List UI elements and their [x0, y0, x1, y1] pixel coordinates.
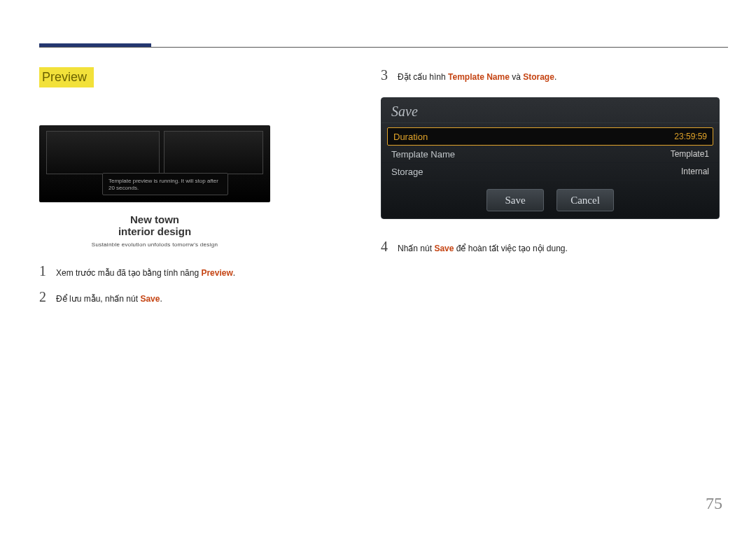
step-number: 2: [39, 289, 56, 305]
keyword: Storage: [523, 72, 554, 82]
step-text: Xem trước mẫu đã tạo bằng tính năng Prev…: [56, 268, 235, 278]
step-post: .: [554, 72, 556, 82]
header-rule: [39, 47, 728, 48]
preview-message-text: Template preview is running. It will sto…: [108, 178, 218, 191]
save-row-duration[interactable]: Duration 23:59:59: [387, 127, 713, 146]
step-number: 1: [39, 263, 56, 279]
right-column: 3 Đặt cấu hình Template Name và Storage.…: [381, 67, 717, 265]
save-row-value: Internal: [681, 167, 709, 176]
save-dialog-title: Save: [382, 98, 719, 123]
step-text: Đặt cấu hình Template Name và Storage.: [398, 72, 556, 82]
save-row-label: Template Name: [391, 149, 455, 160]
save-button[interactable]: Save: [486, 189, 544, 211]
step-1: 1 Xem trước mẫu đã tạo bằng tính năng Pr…: [39, 263, 364, 279]
preview-screen-right: [164, 131, 263, 174]
keyword: Template Name: [448, 72, 510, 82]
preview-thumbnail: Template preview is running. It will sto…: [39, 125, 270, 248]
step-pre: Đặt cấu hình: [398, 72, 448, 82]
preview-caption: New town interior design Sustainble evol…: [39, 213, 270, 248]
cancel-button[interactable]: Cancel: [556, 189, 614, 211]
preview-caption-line1: New town: [39, 213, 270, 225]
step-text: Nhấn nút Save để hoàn tất việc tạo nội d…: [398, 244, 568, 253]
preview-caption-line2: interior design: [39, 225, 270, 237]
preview-caption-sub: Sustainble evolution unfolods tomorrw's …: [39, 241, 270, 248]
save-dialog-buttons: Save Cancel: [382, 189, 719, 211]
step-pre: Để lưu mẫu, nhấn nút: [56, 294, 140, 304]
keyword: Preview: [201, 268, 232, 278]
page: Preview Template preview is running. It …: [0, 0, 756, 534]
page-number: 75: [706, 494, 722, 513]
step-2: 2 Để lưu mẫu, nhấn nút Save.: [39, 289, 364, 305]
step-text: Để lưu mẫu, nhấn nút Save.: [56, 294, 162, 304]
step-number: 4: [381, 239, 398, 255]
step-3: 3 Đặt cấu hình Template Name và Storage.: [381, 67, 717, 83]
keyword: Save: [434, 244, 454, 253]
left-column: Preview Template preview is running. It …: [39, 67, 364, 315]
save-row-template-name[interactable]: Template Name Template1: [382, 146, 719, 163]
preview-screen-left: [46, 131, 160, 174]
preview-message-box: Template preview is running. It will sto…: [102, 173, 228, 195]
keyword: Save: [140, 294, 160, 304]
save-row-value: 23:59:59: [674, 132, 707, 141]
step-pre: Xem trước mẫu đã tạo bằng tính năng: [56, 268, 201, 278]
save-row-storage[interactable]: Storage Internal: [382, 163, 719, 181]
step-post: để hoàn tất việc tạo nội dung.: [454, 244, 567, 253]
step-post: .: [160, 294, 162, 304]
step-4: 4 Nhấn nút Save để hoàn tất việc tạo nội…: [381, 239, 717, 255]
preview-screens: Template preview is running. It will sto…: [39, 125, 270, 202]
step-pre: Nhấn nút: [398, 244, 434, 253]
save-row-label: Duration: [393, 132, 428, 142]
preview-heading: Preview: [39, 67, 94, 87]
step-post: .: [233, 268, 235, 278]
save-row-value: Template1: [671, 149, 709, 159]
step-number: 3: [381, 67, 398, 83]
steps-left: 1 Xem trước mẫu đã tạo bằng tính năng Pr…: [39, 263, 364, 305]
save-row-label: Storage: [391, 167, 424, 177]
step-mid: và: [510, 72, 523, 82]
save-dialog: Save Duration 23:59:59 Template Name Tem…: [381, 97, 720, 219]
